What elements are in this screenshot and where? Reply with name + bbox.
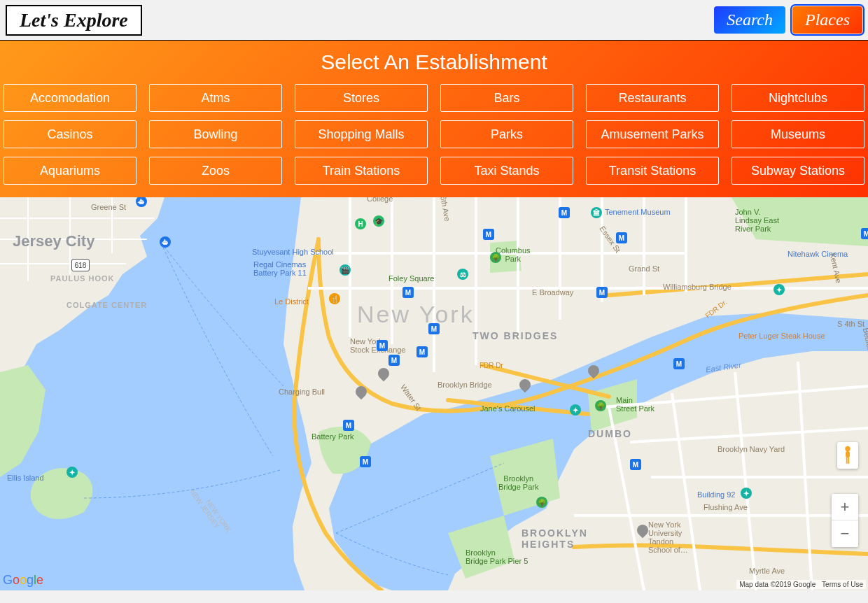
category-zoos[interactable]: Zoos — [149, 157, 282, 185]
svg-rect-8 — [846, 457, 848, 464]
metro-icon: M — [428, 323, 440, 334]
svg-rect-9 — [848, 457, 849, 464]
metro-icon: M — [402, 287, 414, 298]
nav: Search Places — [714, 6, 862, 34]
poi-icon: ✦ — [570, 404, 581, 416]
park-icon: 🌳 — [490, 252, 501, 263]
category-accomodation[interactable]: Accomodation — [4, 84, 136, 112]
zoom-control: + − — [832, 494, 858, 547]
terms-link[interactable]: Terms of Use — [822, 581, 863, 588]
category-stores[interactable]: Stores — [295, 84, 428, 112]
map[interactable]: Jersey City New York PAULUS HOOK COLGATE… — [0, 197, 868, 590]
category-train-stations[interactable]: Train Stations — [295, 157, 428, 185]
svg-rect-7 — [846, 451, 850, 457]
category-subway-stations[interactable]: Subway Stations — [732, 157, 864, 185]
category-museums[interactable]: Museums — [732, 120, 864, 148]
category-bowling[interactable]: Bowling — [149, 120, 282, 148]
poi-icon: ⚖ — [457, 269, 468, 280]
establishment-panel: Select An Establishment AccomodationAtms… — [0, 41, 868, 197]
route-shield-618: 618 — [71, 259, 90, 271]
metro-icon: M — [630, 459, 641, 470]
metro-icon: M — [616, 232, 627, 243]
category-bars[interactable]: Bars — [440, 84, 573, 112]
park-icon: 🌳 — [536, 497, 547, 508]
category-parks[interactable]: Parks — [440, 120, 573, 148]
school-icon: 🎓 — [373, 215, 384, 227]
zoom-out-button[interactable]: − — [832, 520, 858, 547]
category-shopping-malls[interactable]: Shopping Malls — [295, 120, 428, 148]
pegman-control[interactable] — [837, 442, 858, 469]
category-aquariums[interactable]: Aquariums — [4, 157, 136, 185]
map-attribution: Map data ©2019 Google Terms of Use — [736, 580, 866, 589]
metro-icon: M — [559, 207, 570, 218]
logo[interactable]: Let's Explore — [6, 5, 142, 36]
metro-icon: M — [388, 355, 400, 366]
category-amusement-parks[interactable]: Amusement Parks — [586, 120, 719, 148]
metro-icon: M — [483, 229, 494, 240]
metro-icon: M — [673, 358, 685, 369]
category-taxi-stands[interactable]: Taxi Stands — [440, 157, 573, 185]
poi-icon: ✦ — [774, 284, 785, 295]
places-button[interactable]: Places — [792, 6, 862, 34]
category-restaurants[interactable]: Restaurants — [586, 84, 719, 112]
map-canvas[interactable] — [0, 197, 868, 590]
poi-icon: 🎬 — [340, 264, 351, 276]
svg-point-6 — [845, 446, 850, 451]
header: Let's Explore Search Places — [0, 0, 868, 41]
zoom-in-button[interactable]: + — [832, 494, 858, 520]
hospital-icon: H — [355, 218, 366, 229]
metro-icon: M — [416, 346, 428, 357]
poi-icon: ✦ — [741, 488, 752, 499]
metro-icon: M — [343, 420, 354, 431]
category-nightclubs[interactable]: Nightclubs — [732, 84, 864, 112]
museum-icon: 🏛 — [591, 207, 602, 218]
food-icon: 🍴 — [329, 293, 340, 304]
metro-icon: M — [596, 287, 608, 298]
pegman-icon — [841, 446, 854, 465]
metro-icon: M — [360, 456, 371, 467]
poi-icon: ✦ — [66, 467, 78, 478]
category-transit-stations[interactable]: Transit Stations — [586, 157, 719, 185]
search-button[interactable]: Search — [714, 6, 785, 34]
metro-icon: M — [377, 340, 388, 351]
park-icon: 🌳 — [595, 400, 606, 411]
category-grid: AccomodationAtmsStoresBarsRestaurantsNig… — [0, 84, 868, 185]
category-atms[interactable]: Atms — [149, 84, 282, 112]
google-logo: Google — [3, 573, 43, 588]
ferry-icon: ⛴ — [160, 236, 171, 248]
metro-icon: M — [861, 228, 868, 239]
attribution-text: Map data ©2019 Google — [739, 581, 816, 588]
category-casinos[interactable]: Casinos — [4, 120, 136, 148]
panel-title: Select An Establishment — [0, 41, 868, 84]
